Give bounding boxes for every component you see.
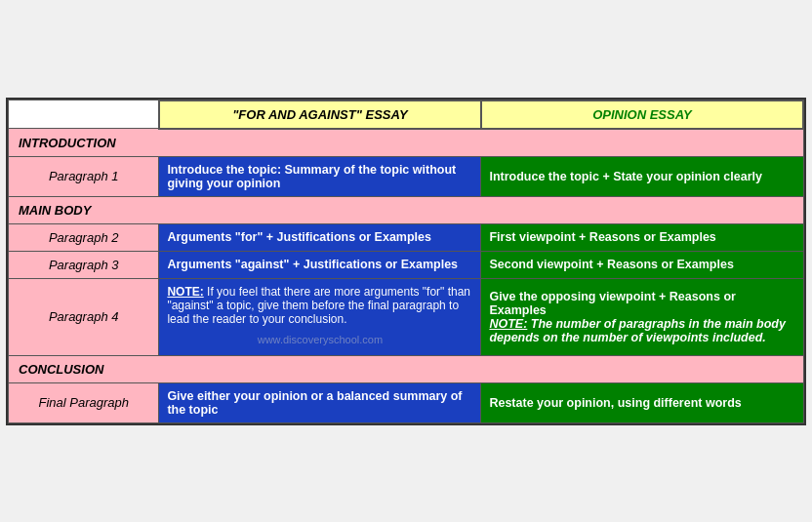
para3-opinion: Second viewpoint + Reasons or Examples: [481, 251, 803, 278]
para2-opinion: First viewpoint + Reasons or Examples: [481, 223, 803, 251]
para4-opinion-body: The number of paragraphs in the main bod…: [489, 317, 786, 344]
para4-opinion: Give the opposing viewpoint + Reasons or…: [481, 278, 803, 355]
para4-for-note: NOTE:: [167, 285, 203, 299]
header-opinion: OPINION ESSAY: [481, 100, 803, 129]
para1-for: Introduce the topic: Summary of the topi…: [159, 156, 481, 196]
para2-for: Arguments "for" + Justifications or Exam…: [159, 223, 481, 251]
watermark-text: www.discoveryschool.com: [258, 334, 383, 345]
label-paragraph3: Paragraph 3: [9, 251, 159, 278]
label-paragraph2: Paragraph 2: [9, 223, 159, 251]
label-final-paragraph: Final Paragraph: [9, 382, 159, 422]
comparison-table: "FOR AND AGAINST" ESSAY OPINION ESSAY IN…: [6, 98, 806, 425]
label-paragraph4: Paragraph 4: [9, 278, 159, 355]
final-opinion: Restate your opinion, using different wo…: [481, 382, 803, 422]
para3-for: Arguments "against" + Justifications or …: [159, 251, 481, 278]
para4-for: NOTE: If you feel that there are more ar…: [159, 278, 481, 355]
para4-for-body: If you feel that there are more argument…: [167, 285, 470, 326]
final-for: Give either your opinion or a balanced s…: [159, 382, 481, 422]
section-introduction: INTRODUCTION: [9, 129, 804, 157]
para4-opinion-note: NOTE:: [489, 317, 527, 331]
header-for-against: "FOR AND AGAINST" ESSAY: [159, 100, 481, 129]
label-paragraph1: Paragraph 1: [9, 156, 159, 196]
section-mainbody: MAIN BODY: [9, 196, 804, 223]
header-empty: [9, 100, 159, 129]
section-conclusion: CONCLUSION: [9, 355, 804, 382]
para1-opinion: Introduce the topic + State your opinion…: [481, 156, 803, 196]
para4-opinion-line1: Give the opposing viewpoint + Reasons or…: [489, 290, 735, 317]
